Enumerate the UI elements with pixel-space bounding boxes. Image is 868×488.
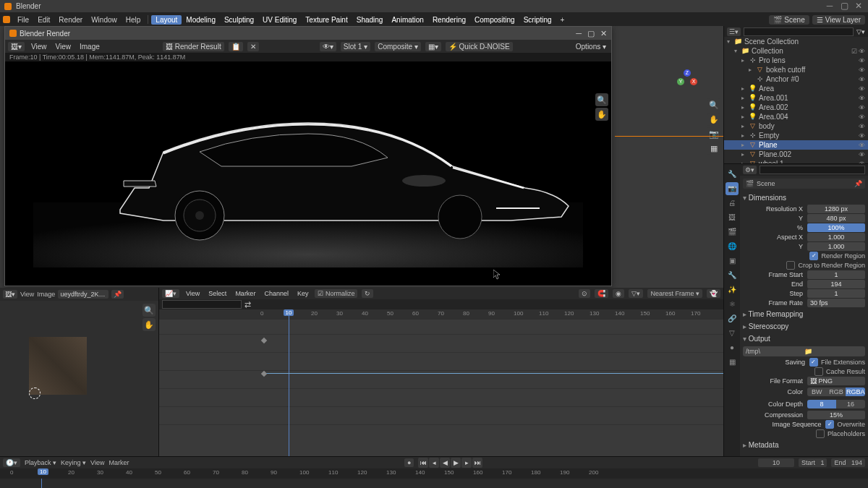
depth-16-button[interactable]: 16 bbox=[836, 400, 865, 408]
panel-output[interactable]: Output bbox=[743, 333, 865, 345]
gh-select[interactable]: Select bbox=[206, 290, 229, 297]
layer-selector[interactable]: Composite ▾ bbox=[375, 42, 421, 51]
jump-next-button[interactable]: ▸ bbox=[461, 458, 472, 468]
tree-item[interactable]: ▸💡Area👁 bbox=[724, 84, 868, 93]
workspace-scripting[interactable]: Scripting bbox=[519, 16, 556, 24]
outliner-type[interactable]: ☰▾ bbox=[727, 27, 741, 36]
ptab-particle-icon[interactable]: ✨ bbox=[726, 283, 739, 296]
workspace-sculpting[interactable]: Sculpting bbox=[220, 16, 258, 24]
scene-selector[interactable]: 🎬Scene bbox=[769, 15, 809, 25]
tl-start-field[interactable]: Start 1 bbox=[799, 458, 827, 467]
uv-pin-icon[interactable]: 📌 bbox=[111, 290, 124, 299]
ptab-object-icon[interactable]: ▣ bbox=[726, 254, 739, 267]
play-rev-button[interactable]: ◀ bbox=[440, 458, 450, 468]
gh-marker[interactable]: Marker bbox=[233, 290, 258, 297]
uv-editor-type[interactable]: 🖼▾ bbox=[3, 290, 17, 299]
timeline-type[interactable]: 🕐▾ bbox=[3, 458, 20, 467]
file-ext-checkbox[interactable]: ✓ bbox=[809, 358, 818, 367]
close-button[interactable]: ✕ bbox=[854, 1, 864, 12]
render-copy-icon[interactable]: 📋 bbox=[229, 42, 243, 51]
tree-item[interactable]: ▸💡Area.004👁 bbox=[724, 112, 868, 121]
vp-pan-icon[interactable]: ✋ bbox=[707, 113, 720, 126]
timeline-playhead[interactable]: 10 bbox=[38, 468, 48, 475]
denoise-button[interactable]: ⚡ Quick D-NOISE bbox=[446, 42, 513, 51]
render-close-button[interactable]: ✕ bbox=[600, 29, 607, 38]
editor-type-selector[interactable]: 🖼▾ bbox=[8, 42, 25, 51]
gh-key[interactable]: Key bbox=[295, 290, 311, 297]
crop-region-checkbox[interactable] bbox=[786, 261, 795, 270]
ptab-scene-icon[interactable]: 🎬 bbox=[726, 226, 739, 239]
tree-item[interactable]: ▸▽body👁 bbox=[724, 121, 868, 131]
ptab-material-icon[interactable]: ● bbox=[726, 341, 739, 354]
outliner-search[interactable] bbox=[744, 27, 854, 36]
panel-time-remap[interactable]: Time Remapping bbox=[743, 308, 865, 320]
res-pct-field[interactable]: 100% bbox=[807, 223, 865, 232]
menu-edit[interactable]: Edit bbox=[33, 16, 54, 24]
graph-editor-type[interactable]: 📈▾ bbox=[162, 289, 179, 298]
tl-end-field[interactable]: End 194 bbox=[831, 458, 865, 467]
tree-item-scene[interactable]: ▾📁 Scene Collection bbox=[724, 37, 868, 46]
workspace-layout[interactable]: Layout bbox=[151, 15, 182, 25]
current-frame-field[interactable]: 10 bbox=[758, 458, 794, 467]
jump-prev-button[interactable]: ◂ bbox=[429, 458, 439, 468]
uv-view[interactable]: View bbox=[20, 291, 34, 298]
graph-canvas[interactable]: 0 10 20 30 40 50 60 70 80 90 100 110 120… bbox=[159, 309, 723, 456]
uv-zoom-icon[interactable]: 🔍 bbox=[142, 304, 156, 317]
channel-selector[interactable]: ▦▾ bbox=[425, 42, 441, 51]
graph-search-input[interactable] bbox=[162, 300, 242, 309]
cache-result-checkbox[interactable] bbox=[814, 367, 823, 376]
normalize-toggle[interactable]: ☑ Normalize bbox=[315, 289, 357, 298]
vp-zoom-icon[interactable]: 🔍 bbox=[707, 98, 720, 111]
res-y-field[interactable]: 480 px bbox=[807, 214, 865, 223]
output-path-field[interactable]: /tmp\📁 bbox=[743, 346, 865, 356]
maximize-button[interactable]: ▢ bbox=[839, 1, 849, 12]
uv-image[interactable]: Image bbox=[37, 291, 55, 298]
workspace-texturepaint[interactable]: Texture Paint bbox=[301, 16, 352, 24]
tl-playback[interactable]: Playback ▾ bbox=[25, 459, 56, 466]
render-minimize-button[interactable]: ─ bbox=[576, 29, 582, 38]
ptab-modifier-icon[interactable]: 🔧 bbox=[726, 269, 739, 282]
uv-canvas[interactable]: 🔍 ✋ bbox=[0, 301, 158, 456]
outliner-filter-icon[interactable]: ▽▾ bbox=[856, 28, 865, 35]
ptab-constraint-icon[interactable]: 🔗 bbox=[726, 312, 739, 325]
ptab-output-icon[interactable]: 🖨 bbox=[726, 197, 739, 210]
aspect-x-field[interactable]: 1.000 bbox=[807, 233, 865, 241]
panel-stereo[interactable]: Stereoscopy bbox=[743, 320, 865, 333]
ptab-physics-icon[interactable]: ⚛ bbox=[726, 298, 739, 311]
workspace-add[interactable]: + bbox=[556, 16, 569, 24]
menu-help[interactable]: Help bbox=[122, 16, 145, 24]
res-x-field[interactable]: 1280 px bbox=[807, 205, 865, 213]
tree-item[interactable]: ▸⊹Pro lens👁 bbox=[724, 56, 868, 65]
frame-start-field[interactable]: 1 bbox=[807, 270, 865, 279]
gh-channel[interactable]: Channel bbox=[262, 290, 291, 297]
placeholders-checkbox[interactable] bbox=[816, 429, 825, 438]
workspace-shading[interactable]: Shading bbox=[352, 16, 388, 24]
tree-item[interactable]: ▸💡Area.002👁 bbox=[724, 103, 868, 112]
timeline-keys[interactable] bbox=[0, 479, 868, 488]
workspace-uv[interactable]: UV Editing bbox=[258, 16, 301, 24]
pivot-icon[interactable]: ⊙ bbox=[579, 289, 590, 298]
tree-item[interactable]: ▸▽Plane👁 bbox=[724, 140, 868, 150]
menu-window[interactable]: Window bbox=[87, 16, 122, 24]
ptab-data-icon[interactable]: ▽ bbox=[726, 327, 739, 340]
workspace-compositing[interactable]: Compositing bbox=[470, 16, 519, 24]
tree-item[interactable]: ▸💡Area.001👁 bbox=[724, 93, 868, 103]
ptab-world-icon[interactable]: 🌐 bbox=[726, 240, 739, 253]
tl-view[interactable]: View bbox=[90, 459, 104, 466]
panel-dimensions[interactable]: Dimensions bbox=[743, 192, 865, 204]
tree-item[interactable]: ⊹Anchor #0👁 bbox=[724, 74, 868, 84]
ptab-texture-icon[interactable]: ▦ bbox=[726, 356, 739, 369]
tree-item[interactable]: ▸⊹Empty👁 bbox=[724, 131, 868, 140]
menu-file[interactable]: File bbox=[13, 16, 33, 24]
tree-item[interactable]: ▸▽Plane.002👁 bbox=[724, 150, 868, 159]
ptab-tool-icon[interactable]: 🔧 bbox=[726, 168, 739, 181]
frame-end-field[interactable]: 194 bbox=[807, 280, 865, 288]
color-bw-button[interactable]: BW bbox=[807, 388, 827, 396]
menu-render[interactable]: Render bbox=[54, 16, 87, 24]
prop-search[interactable] bbox=[760, 166, 865, 174]
tl-marker[interactable]: Marker bbox=[109, 459, 129, 466]
uv-texture-field[interactable]: ueydftrdy_2K_Albed... bbox=[58, 290, 109, 299]
ptab-render-icon[interactable]: 📷 bbox=[726, 182, 739, 195]
rh-options[interactable]: Options ▾ bbox=[574, 43, 608, 51]
breadcrumb[interactable]: 🎬Scene 📌 bbox=[743, 179, 865, 189]
